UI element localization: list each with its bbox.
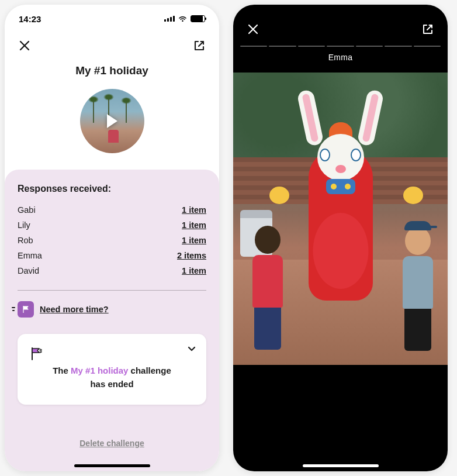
flag-icon (27, 344, 46, 363)
progress-segment (414, 46, 441, 47)
progress-segment (327, 46, 354, 47)
response-row: Emma 2 items (18, 248, 206, 263)
status-bar: 14:23 (5, 5, 219, 29)
response-row: Rob 1 item (18, 233, 206, 248)
video-preview[interactable] (80, 89, 144, 153)
progress-segment (298, 46, 325, 47)
share-button[interactable] (191, 37, 207, 54)
story-viewer-screen: Emma (233, 5, 448, 471)
home-indicator (74, 464, 150, 467)
progress-segment (240, 46, 267, 47)
close-icon (19, 40, 30, 51)
viewer-name: Emma (233, 47, 448, 73)
challenge-ended-text: The My #1 holiday challenge has ended (27, 364, 197, 391)
response-count-link[interactable]: 1 item (182, 236, 206, 245)
battery-icon (191, 15, 205, 22)
expand-button[interactable] (186, 343, 197, 356)
response-photo[interactable] (233, 73, 448, 365)
response-count-link[interactable]: 1 item (182, 220, 206, 230)
response-count-link[interactable]: 1 item (182, 266, 206, 275)
response-row: David 1 item (18, 263, 206, 278)
response-count-link[interactable]: 1 item (182, 205, 206, 215)
page-title: My #1 holiday (5, 64, 219, 77)
responses-card: Responses received: Gabi 1 item Lily 1 i… (5, 170, 219, 471)
cellular-icon (164, 16, 175, 22)
share-button[interactable] (420, 21, 436, 37)
need-more-time-row: Need more time? (18, 301, 206, 318)
play-icon (107, 114, 117, 128)
response-name: Rob (18, 236, 33, 245)
response-row: Lily 1 item (18, 218, 206, 233)
progress-segment (356, 46, 383, 47)
header-row (5, 29, 219, 62)
response-name: Emma (18, 251, 42, 260)
status-time: 14:23 (19, 14, 41, 24)
challenge-ended-card: The My #1 holiday challenge has ended (18, 334, 206, 405)
divider (18, 290, 206, 291)
share-icon (421, 23, 434, 36)
challenge-summary-screen: 14:23 My #1 holiday (5, 5, 219, 471)
delete-challenge-link[interactable]: Delete challenge (18, 439, 206, 448)
share-icon (193, 39, 206, 52)
wifi-icon (178, 15, 188, 22)
responses-header: Responses received: (18, 184, 206, 194)
response-row: Gabi 1 item (18, 202, 206, 218)
home-indicator (303, 464, 379, 467)
status-icons (164, 15, 205, 22)
flag-badge-icon (18, 301, 34, 318)
close-button[interactable] (16, 37, 33, 54)
progress-segment (385, 46, 411, 47)
response-count-link[interactable]: 2 items (177, 251, 206, 260)
story-progress-segments (233, 42, 448, 47)
response-name: David (18, 266, 39, 275)
chevron-down-icon (186, 343, 197, 354)
response-name: Gabi (18, 205, 36, 215)
header-row (233, 5, 448, 42)
progress-segment (269, 46, 296, 47)
close-icon (247, 23, 259, 35)
response-name: Lily (18, 220, 30, 230)
need-more-time-link[interactable]: Need more time? (40, 305, 109, 314)
close-button[interactable] (245, 21, 261, 37)
